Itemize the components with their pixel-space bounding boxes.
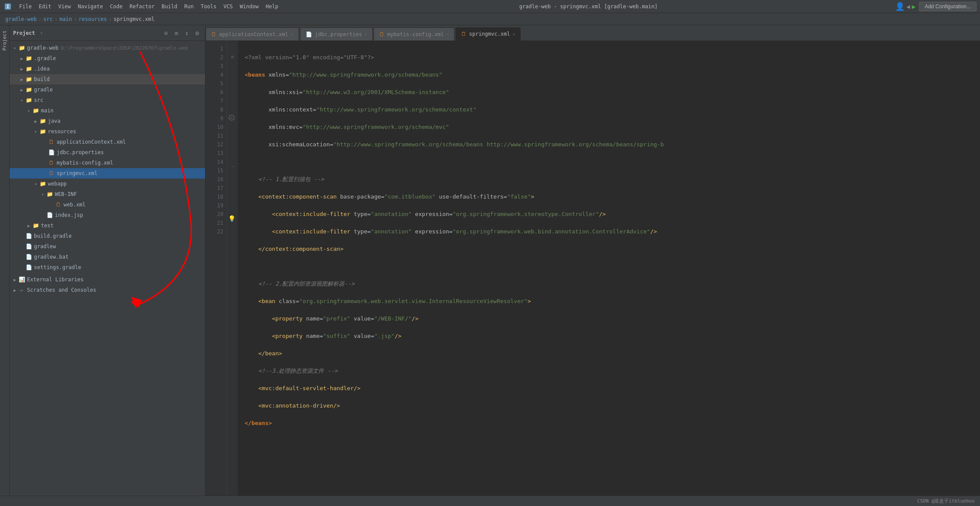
locate-icon[interactable]: ⊙	[162, 29, 170, 37]
tree-label-indexjsp: index.jsp	[55, 212, 83, 218]
tree-item-java[interactable]: ▶ 📁 java	[10, 116, 205, 126]
profile-icon: 👤	[895, 2, 905, 11]
menu-navigate[interactable]: Navigate	[74, 0, 107, 13]
ln-9: 9	[205, 114, 223, 123]
breadcrumb-item-2[interactable]: main	[59, 16, 72, 22]
menu-run[interactable]: Run	[181, 0, 197, 13]
project-tab-vertical[interactable]: Project	[0, 27, 9, 54]
tree-item-webxml[interactable]: ▶ 🗒 web.xml	[10, 199, 205, 210]
tree-item-main[interactable]: ▾ 📁 main	[10, 105, 205, 116]
editor-content: 1 2 3 4 5 6 7 8 9 10 11 12 13 14 15 16 1	[205, 41, 980, 496]
ln-11: 11	[205, 132, 223, 140]
menu-view[interactable]: View	[55, 0, 74, 13]
tree-label-main: main	[41, 108, 54, 114]
tab-close-springmvc[interactable]: ✕	[512, 32, 515, 37]
tree-item-external-libs[interactable]: ▶ 📊 External Libraries	[10, 274, 205, 285]
tab-close-appctx[interactable]: ✕	[291, 32, 293, 37]
tree-item-resources[interactable]: ▾ 📁 resources	[10, 126, 205, 137]
breadcrumb-item-3[interactable]: resources	[79, 16, 107, 22]
tab-springmvc[interactable]: 🗒 springmvc.xml ✕	[455, 27, 521, 40]
tree-item-scratches[interactable]: ▶ ✏️ Scratches and Consoles	[10, 285, 205, 295]
menu-window[interactable]: Window	[236, 0, 262, 13]
tree-item-gradle-hidden[interactable]: ▶ 📁 .gradle	[10, 53, 205, 64]
tree-arrow-root: ▾	[11, 44, 18, 51]
expand-icon-l9[interactable]: +	[228, 114, 235, 121]
tree-item-webapp[interactable]: ▾ 📁 webapp	[10, 179, 205, 189]
fold-icon-l15[interactable]: −	[229, 163, 236, 170]
menu-build[interactable]: Build	[158, 0, 181, 13]
tab-close-mybatis[interactable]: ✕	[446, 32, 449, 37]
code-line-9: <context:component-scan base-package="co…	[245, 192, 973, 201]
code-line-6: xsi:schemaLocation="http://www.springfra…	[245, 140, 973, 149]
menu-code[interactable]: Code	[107, 0, 126, 13]
panel-header: Project ▾ ⊙ ≡ ↕ ⚙	[10, 25, 205, 41]
tab-mybatis[interactable]: 🗒 mybatis-config.xml ✕	[374, 27, 455, 40]
ln-18: 18	[205, 192, 223, 201]
folder-icon-main: 📁	[32, 107, 39, 114]
menu-edit[interactable]: Edit	[35, 0, 55, 13]
tree-item-gradle2[interactable]: ▶ 📁 gradle	[10, 84, 205, 95]
tree-item-root[interactable]: ▾ 📁 gradle-web D:\ProgramWorkSpace\IDEA\…	[10, 43, 205, 53]
tree-item-springmvc[interactable]: ▶ 🗒 springmvc.xml	[10, 168, 205, 179]
project-tree: ▾ 📁 gradle-web D:\ProgramWorkSpace\IDEA\…	[10, 41, 205, 496]
ln-16: 16	[205, 175, 223, 184]
tab-applicationcontext[interactable]: 🗒 applicationContext.xml ✕	[205, 27, 299, 40]
menu-refactor[interactable]: Refactor	[126, 0, 158, 13]
breadcrumb-sep-2: ›	[74, 16, 77, 22]
tab-close-jdbc[interactable]: ✕	[364, 32, 367, 37]
menu-vcs[interactable]: VCS	[220, 0, 236, 13]
tree-arrow-gradle2: ▶	[18, 86, 25, 93]
add-config-button[interactable]: Add Configuration...	[919, 2, 977, 11]
tree-label-gradle-hidden: .gradle	[34, 55, 56, 61]
tab-icon-springmvc: 🗒	[461, 31, 466, 37]
collapse-all-icon[interactable]: ↕	[182, 29, 191, 37]
code-editor[interactable]: <?xml version="1.0" encoding="UTF-8"?> <…	[238, 41, 980, 496]
menu-file[interactable]: File	[16, 0, 35, 13]
tree-item-mybatis[interactable]: ▶ 🗒 mybatis-config.xml	[10, 158, 205, 168]
vertical-sidebar: Project	[0, 25, 10, 496]
tree-item-jdbc[interactable]: ▶ 📄 jdbc.properties	[10, 147, 205, 158]
file-icon-appctx: 🗒	[48, 138, 55, 145]
breadcrumb-item-1[interactable]: src	[43, 16, 53, 22]
forward-icon[interactable]: ▶	[912, 3, 915, 10]
tree-label-external-libs: External Libraries	[27, 277, 84, 283]
tree-item-buildgradle[interactable]: ▶ 📄 build.gradle	[10, 231, 205, 241]
file-icon-settingsgradle: 📄	[25, 264, 32, 271]
tree-item-gradlew[interactable]: ▶ 📄 gradlew	[10, 241, 205, 252]
ln-3: 3	[205, 62, 223, 71]
tree-item-idea[interactable]: ▶ 📁 .idea	[10, 64, 205, 74]
tree-item-test[interactable]: ▶ 📁 test	[10, 220, 205, 231]
tree-item-indexjsp[interactable]: ▶ 📄 index.jsp	[10, 210, 205, 220]
ln-7: 7	[205, 97, 223, 105]
expand-icon-l2[interactable]: ⊞	[229, 53, 236, 60]
ln-8: 8	[205, 105, 223, 114]
folder-icon-webinf: 📁	[46, 191, 53, 198]
menu-tools[interactable]: Tools	[197, 0, 220, 13]
settings-icon[interactable]: ⚙	[193, 29, 202, 37]
tree-label-gradle2: gradle	[34, 87, 53, 93]
expand-all-icon[interactable]: ≡	[172, 29, 181, 37]
file-icon-webxml: 🗒	[55, 201, 62, 208]
tree-item-webinf[interactable]: ▾ 📁 WEB-INF	[10, 189, 205, 199]
toolbar-right: 👤 ◀ ▶ Add Configuration...	[895, 2, 977, 11]
code-line-18: </bean>	[245, 349, 973, 358]
tree-item-appctx[interactable]: ▶ 🗒 applicationContext.xml	[10, 137, 205, 147]
breadcrumb-sep-3: ›	[109, 16, 112, 22]
tree-item-gradlewbat[interactable]: ▶ 📄 gradlew.bat	[10, 252, 205, 262]
ln-19: 19	[205, 201, 223, 210]
tab-jdbc[interactable]: 📄 jdbc.properties ✕	[300, 27, 373, 40]
code-line-7	[245, 158, 973, 166]
tree-item-src[interactable]: ▾ 📁 src	[10, 95, 205, 105]
tree-item-settingsgradle[interactable]: ▶ 📄 settings.gradle	[10, 262, 205, 273]
folder-icon-gradle-hidden: 📁	[25, 55, 32, 62]
tree-item-build[interactable]: ▶ 📁 build	[10, 74, 205, 84]
tree-label-mybatis: mybatis-config.xml	[57, 160, 113, 166]
ln-6: 6	[205, 88, 223, 97]
tree-label-gradlewbat: gradlew.bat	[34, 254, 68, 260]
ln-17: 17	[205, 184, 223, 192]
svg-text:+: +	[230, 115, 233, 120]
back-icon[interactable]: ◀	[906, 3, 910, 10]
breadcrumb-item-0[interactable]: gradle-web	[5, 16, 37, 22]
file-icon-indexjsp: 📄	[46, 212, 53, 219]
menu-help[interactable]: Help	[262, 0, 282, 13]
